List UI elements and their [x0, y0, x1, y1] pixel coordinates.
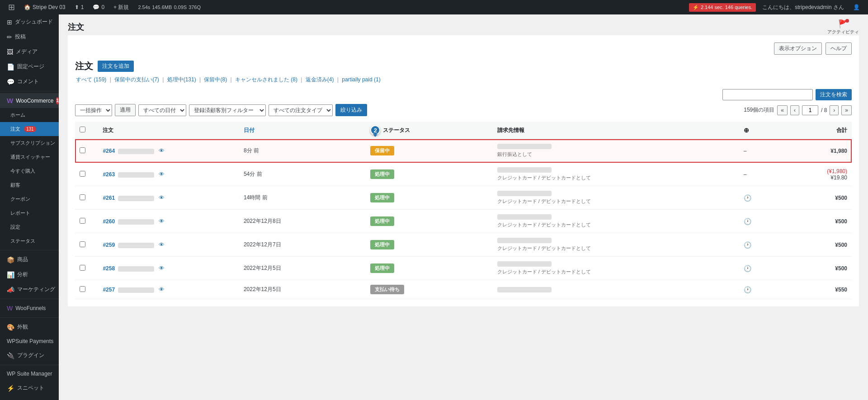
order-preview-icon-264[interactable]: 👁 — [159, 147, 165, 154]
row-select-264[interactable] — [80, 147, 85, 153]
adminbar-logo[interactable]: ⊞ — [4, 0, 19, 14]
order-preview-icon-261[interactable]: 👁 — [159, 194, 165, 201]
sidebar-label-snippets: スニペット — [17, 384, 44, 392]
sidebar-label-analytics: 分析 — [17, 271, 28, 278]
narrow-button[interactable]: 絞り込み — [335, 104, 367, 116]
filter-all[interactable]: すべて (159) — [76, 76, 106, 83]
display-options-button[interactable]: 表示オプション — [774, 42, 822, 55]
sidebar-item-customers[interactable]: 顧客 — [0, 178, 59, 192]
activity-button[interactable]: 🚩 アクティビティ — [827, 19, 859, 35]
filter-cancelled[interactable]: キャンセルされました (8) — [235, 76, 297, 83]
sidebar-label-woocommerce: WooCommerce — [16, 98, 53, 104]
adminbar-new[interactable]: + 新規 — [109, 0, 133, 14]
row-select-260[interactable] — [80, 218, 85, 224]
date-filter-select[interactable]: すべての日付 — [138, 104, 186, 116]
sidebar-item-posts[interactable]: ✏ 投稿 — [0, 29, 59, 44]
adminbar-updates[interactable]: ⬆ 1 — [70, 0, 89, 14]
sidebar-item-analytics[interactable]: 📊 分析 — [0, 267, 59, 282]
help-button[interactable]: ヘルプ — [826, 42, 852, 55]
order-preview-icon-258[interactable]: 👁 — [159, 265, 165, 272]
sidebar-item-woocommerce[interactable]: W WooCommerce 1 — [0, 93, 59, 108]
row-checkbox-263 — [75, 163, 98, 186]
adminbar-timing: 2.54s 145.6MB 0.09S 376Q — [133, 0, 205, 14]
col-header-status: 2 ステータス — [366, 122, 492, 139]
sidebar-item-subscriptions[interactable]: サブスクリプション — [0, 136, 59, 150]
filter-pending-payment[interactable]: 保留中の支払い(7) — [114, 76, 159, 83]
orders-table: 注文 日付 2 ステータス — [75, 122, 852, 299]
row-select-257[interactable] — [80, 286, 85, 292]
sidebar-item-status[interactable]: ステータス — [0, 234, 59, 248]
sidebar-item-woofunnels[interactable]: W WooFunnels — [0, 301, 59, 315]
order-preview-icon-263[interactable]: 👁 — [159, 171, 165, 178]
sidebar-item-media[interactable]: 🖼 メディア — [0, 44, 59, 59]
page-number-input[interactable] — [802, 105, 818, 115]
status-badge-264: 保留中 — [370, 146, 394, 155]
add-order-button[interactable]: 注文を追加 — [98, 61, 134, 72]
first-page-button[interactable]: « — [777, 105, 788, 115]
perf-text: 2.144 sec. 146 queries. — [701, 5, 752, 10]
total-pos-263: ¥19.80 — [786, 174, 847, 181]
filter-refunded[interactable]: 返金済み(4) — [306, 76, 334, 83]
prev-page-button[interactable]: ‹ — [790, 105, 799, 115]
filter-on-hold[interactable]: 保留中(8) — [204, 76, 227, 83]
page-title: 注文 — [68, 22, 84, 33]
filter-partially-paid[interactable]: partially paid (1) — [342, 76, 380, 83]
billing-cell-259: クレジットカード / デビットカードとして — [493, 233, 739, 257]
ship-cell-260: 🕐 — [739, 210, 781, 233]
site-name: Stripe Dev 03 — [33, 4, 66, 10]
search-input[interactable] — [722, 89, 813, 100]
adminbar-comments[interactable]: 💬 0 — [88, 0, 109, 14]
next-page-button[interactable]: › — [830, 105, 839, 115]
order-preview-icon-257[interactable]: 👁 — [159, 286, 165, 293]
search-orders-button[interactable]: 注文を検索 — [816, 89, 852, 100]
sidebar-item-plugins[interactable]: 🔌 プラグイン — [0, 348, 59, 363]
sidebar-item-comments[interactable]: 💬 コメント — [0, 74, 59, 89]
sidebar-item-appearance[interactable]: 🎨 外観 — [0, 320, 59, 334]
total-cell-260: ¥500 — [781, 210, 852, 233]
sidebar-item-wpsuite-payments[interactable]: WPSuite Payments — [0, 334, 59, 348]
last-page-button[interactable]: » — [841, 105, 852, 115]
row-select-259[interactable] — [80, 241, 85, 247]
customer-filter-select[interactable]: 登録済顧客別フィルター — [189, 104, 266, 116]
sidebar-item-home[interactable]: ホーム — [0, 108, 59, 122]
order-link-257[interactable]: #257 — [103, 287, 115, 293]
apply-button[interactable]: 適用 — [115, 104, 136, 116]
sidebar-item-orders[interactable]: 注文 131 — [0, 122, 59, 136]
adminbar-site[interactable]: 🏠 Stripe Dev 03 — [19, 0, 70, 14]
select-all-checkbox[interactable] — [80, 127, 85, 132]
woofunnels-icon: W — [7, 305, 13, 312]
sidebar-item-settings[interactable]: 設定 — [0, 220, 59, 234]
customer-name-257 — [118, 287, 154, 293]
sidebar-item-dashboard[interactable]: ⊞ ダッシュボード — [0, 14, 59, 29]
order-link-261[interactable]: #261 — [103, 195, 115, 201]
order-link-263[interactable]: #263 — [103, 171, 115, 178]
order-preview-icon-259[interactable]: 👁 — [159, 241, 165, 248]
row-select-258[interactable] — [80, 265, 85, 271]
sidebar-item-snippets[interactable]: ⚡ スニペット — [0, 381, 59, 395]
order-link-258[interactable]: #258 — [103, 265, 115, 272]
status-cell-264: 保留中 — [366, 139, 492, 163]
col-header-date[interactable]: 日付 — [239, 122, 366, 139]
order-link-260[interactable]: #260 — [103, 218, 115, 225]
payment-method-261: クレジットカード / デビットカードとして — [497, 198, 735, 205]
row-select-263[interactable] — [80, 171, 85, 177]
row-select-261[interactable] — [80, 194, 85, 200]
sidebar-label-wp-suite-manager: WP Suite Manager — [7, 371, 52, 377]
sidebar-item-currency[interactable]: 通貨スイッチャー — [0, 150, 59, 164]
order-link-264[interactable]: #264 — [103, 148, 115, 154]
adminbar-user-avatar[interactable]: 👤 — [849, 0, 864, 14]
sidebar-item-products[interactable]: 📦 商品 — [0, 252, 59, 267]
bulk-action-select[interactable]: 一括操作 — [75, 104, 112, 116]
sidebar-item-buynow[interactable]: 今すぐ購入 — [0, 164, 59, 178]
sidebar-item-pages[interactable]: 📄 固定ページ — [0, 59, 59, 74]
order-type-filter-select[interactable]: すべての注文タイプ — [269, 104, 333, 116]
sidebar-item-reports[interactable]: レポート — [0, 206, 59, 220]
order-cell-261: #261 👁 — [98, 186, 239, 210]
sidebar-item-coupons[interactable]: クーポン — [0, 192, 59, 206]
filter-processing[interactable]: 処理中(131) — [167, 76, 196, 83]
order-preview-icon-260[interactable]: 👁 — [159, 218, 165, 225]
sidebar-item-marketing[interactable]: 📣 マーケティング — [0, 282, 59, 297]
date-cell-261: 14時間 前 — [239, 186, 366, 210]
order-link-259[interactable]: #259 — [103, 242, 115, 248]
sidebar-item-wp-suite-manager[interactable]: WP Suite Manager — [0, 367, 59, 381]
